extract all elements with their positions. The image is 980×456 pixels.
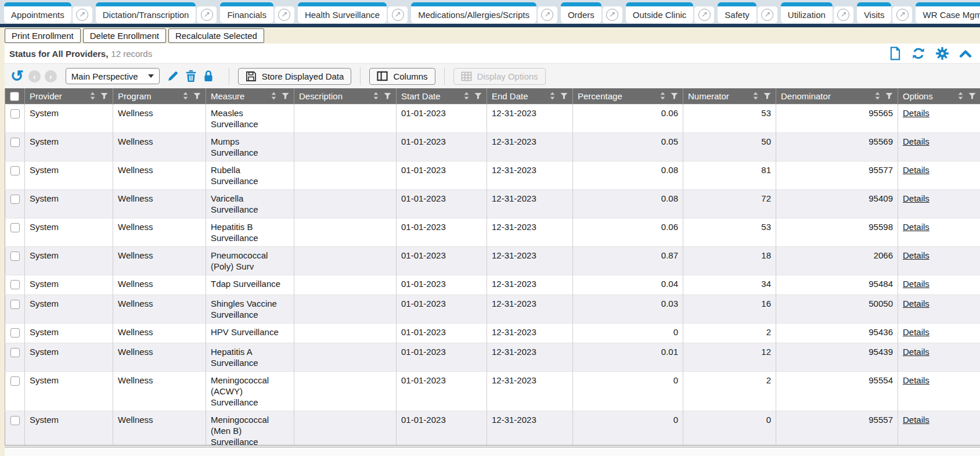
columns-button[interactable]: Columns	[369, 68, 435, 85]
sort-icon[interactable]	[182, 92, 189, 100]
details-link[interactable]: Details	[903, 250, 929, 260]
filter-funnel-icon[interactable]	[100, 92, 108, 100]
enrollment-action-button[interactable]: Delete Enrollment	[83, 28, 166, 43]
row-checkbox[interactable]	[10, 376, 20, 386]
module-tab[interactable]: Dictation/Transcription ↗	[96, 2, 217, 23]
details-link[interactable]: Details	[903, 279, 929, 289]
column-header[interactable]: Options	[898, 88, 980, 104]
row-checkbox[interactable]	[10, 166, 20, 175]
module-tab[interactable]: Utilization ↗	[781, 2, 853, 23]
sort-icon[interactable]	[373, 92, 379, 100]
row-checkbox[interactable]	[10, 348, 20, 357]
details-link[interactable]: Details	[903, 137, 929, 146]
undo-icon[interactable]: ↺	[10, 69, 24, 84]
row-checkbox[interactable]	[10, 280, 20, 289]
module-tab-popout-button[interactable]: ↗	[538, 6, 557, 23]
refresh-icon[interactable]	[911, 46, 925, 60]
forward-icon[interactable]: ›	[45, 70, 57, 82]
module-tab-popout-button[interactable]: ↗	[834, 6, 853, 23]
row-checkbox[interactable]	[10, 223, 20, 232]
display-options-button[interactable]: Display Options	[453, 68, 546, 85]
module-tab[interactable]: Safety ↗	[718, 2, 777, 23]
details-link[interactable]: Details	[903, 299, 929, 308]
column-header[interactable]: Denominator	[776, 88, 898, 104]
module-tab-popout-button[interactable]: ↗	[892, 6, 912, 23]
module-tab[interactable]: Medications/Allergies/Scripts ↗	[411, 2, 557, 23]
module-tab-popout-button[interactable]: ↗	[603, 6, 622, 23]
filter-funnel-icon[interactable]	[671, 92, 678, 100]
enrollment-action-button[interactable]: Print Enrollment	[5, 28, 81, 43]
details-link[interactable]: Details	[903, 222, 929, 232]
details-link[interactable]: Details	[903, 108, 929, 118]
row-checkbox[interactable]	[10, 416, 20, 425]
filter-funnel-icon[interactable]	[384, 92, 391, 100]
sort-icon[interactable]	[957, 92, 964, 100]
details-link[interactable]: Details	[903, 415, 929, 425]
row-checkbox[interactable]	[10, 252, 20, 261]
row-checkbox[interactable]	[10, 138, 20, 147]
module-tab-label[interactable]: Appointments	[4, 2, 71, 23]
module-tab-popout-button[interactable]: ↗	[197, 6, 217, 23]
filter-funnel-icon[interactable]	[474, 92, 482, 100]
select-all-checkbox[interactable]	[10, 92, 19, 101]
back-icon[interactable]: ‹	[28, 70, 41, 82]
module-tab-label[interactable]: WR Case Mgmt	[916, 2, 980, 23]
details-link[interactable]: Details	[903, 327, 929, 337]
module-tab[interactable]: Financials ↗	[220, 2, 294, 23]
column-header[interactable]: Description	[294, 88, 397, 104]
sort-icon[interactable]	[549, 92, 556, 100]
details-link[interactable]: Details	[903, 375, 929, 385]
module-tab-popout-button[interactable]: ↗	[275, 6, 294, 23]
sort-icon[interactable]	[660, 92, 666, 100]
column-header[interactable]: End Date	[487, 88, 573, 104]
filter-funnel-icon[interactable]	[968, 92, 976, 100]
store-displayed-data-button[interactable]: Store Displayed Data	[238, 68, 352, 85]
sort-icon[interactable]	[874, 92, 881, 100]
enrollment-action-button[interactable]: Recalculate Selected	[168, 28, 264, 43]
column-header[interactable]: Program	[113, 88, 206, 104]
module-tab-label[interactable]: Outside Clinic	[626, 2, 694, 23]
new-document-icon[interactable]	[889, 46, 902, 60]
details-link[interactable]: Details	[903, 347, 929, 357]
module-tab-label[interactable]: Health Surveillance	[298, 2, 387, 23]
sort-icon[interactable]	[752, 92, 759, 100]
module-tab-popout-button[interactable]: ↗	[73, 6, 92, 23]
settings-gear-icon[interactable]	[935, 46, 949, 60]
filter-funnel-icon[interactable]	[282, 92, 289, 100]
bottom-scroll-area[interactable]	[5, 447, 980, 456]
filter-funnel-icon[interactable]	[763, 92, 771, 100]
column-header[interactable]: Measure	[206, 88, 294, 104]
module-tab-label[interactable]: Safety	[718, 2, 756, 23]
filter-funnel-icon[interactable]	[885, 92, 893, 100]
module-tab[interactable]: Health Surveillance ↗	[298, 2, 408, 23]
module-tab[interactable]: Outside Clinic ↗	[626, 2, 715, 23]
module-tab-label[interactable]: Dictation/Transcription	[96, 2, 196, 23]
row-checkbox[interactable]	[10, 300, 20, 309]
module-tab-popout-button[interactable]: ↗	[758, 6, 777, 23]
module-tab-popout-button[interactable]: ↗	[694, 6, 714, 23]
column-header[interactable]: Provider	[25, 88, 113, 104]
edit-pencil-icon[interactable]	[167, 70, 179, 82]
details-link[interactable]: Details	[903, 165, 929, 175]
sort-icon[interactable]	[89, 92, 96, 100]
module-tab-label[interactable]: Orders	[561, 2, 601, 23]
module-tab-label[interactable]: Financials	[220, 2, 273, 23]
lock-icon[interactable]	[203, 70, 214, 82]
module-tab-label[interactable]: Utilization	[781, 2, 833, 23]
sort-icon[interactable]	[463, 92, 470, 100]
module-tab-label[interactable]: Medications/Allergies/Scripts	[411, 2, 536, 23]
details-link[interactable]: Details	[903, 193, 929, 203]
perspective-select[interactable]: Main Perspective	[66, 68, 160, 84]
row-checkbox[interactable]	[10, 195, 20, 204]
column-header[interactable]: Numerator	[683, 88, 776, 104]
collapse-up-icon[interactable]	[959, 49, 972, 58]
module-tab[interactable]: WR Case Mgmt ↗	[916, 2, 980, 23]
filter-funnel-icon[interactable]	[193, 92, 201, 100]
module-tab[interactable]: Visits ↗	[857, 2, 913, 23]
column-header[interactable]: Start Date	[397, 88, 487, 104]
row-checkbox[interactable]	[10, 328, 20, 337]
row-checkbox[interactable]	[10, 109, 20, 119]
delete-trash-icon[interactable]	[185, 70, 197, 82]
module-tab[interactable]: Appointments ↗	[4, 2, 92, 23]
module-tab-popout-button[interactable]: ↗	[388, 6, 408, 23]
